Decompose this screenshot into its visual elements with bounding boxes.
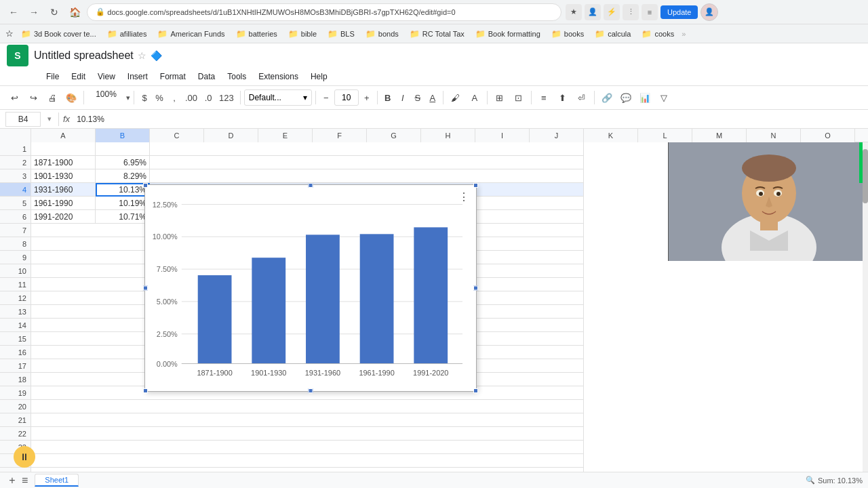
underline-button[interactable]: A xyxy=(426,89,439,106)
menu-tools[interactable]: Tools xyxy=(222,70,252,83)
menu-file[interactable]: File xyxy=(41,70,64,83)
menu-format[interactable]: Format xyxy=(155,70,191,83)
menu-view[interactable]: View xyxy=(92,70,121,83)
undo-button[interactable]: ↩ xyxy=(5,89,23,106)
wrap-button[interactable]: ⏎ xyxy=(573,89,591,106)
resize-handle-e[interactable] xyxy=(473,286,478,291)
col-header-m[interactable]: M xyxy=(692,129,747,142)
cell-row20[interactable] xyxy=(31,400,584,413)
pause-icon[interactable]: ⏸ xyxy=(14,446,35,468)
cell-rest-2[interactable] xyxy=(150,156,584,169)
col-header-a[interactable]: A xyxy=(31,129,96,142)
formula-input[interactable] xyxy=(74,115,863,124)
vertical-scrollbar[interactable] xyxy=(863,142,868,472)
cell-row22[interactable] xyxy=(31,427,584,441)
format-123-button[interactable]: 123 xyxy=(216,89,237,106)
star-button[interactable]: ★ xyxy=(566,4,582,20)
cell-rest-1[interactable] xyxy=(150,142,584,156)
font-size-box[interactable]: 10 xyxy=(334,89,359,106)
extensions-button[interactable]: ⚡ xyxy=(604,4,620,20)
cell-b6[interactable]: 10.71% xyxy=(96,210,150,224)
col-header-n[interactable]: N xyxy=(747,129,801,142)
bookmark-calcula[interactable]: 📁 calcula xyxy=(590,27,635,41)
col-header-f[interactable]: F xyxy=(313,129,367,142)
menu-data[interactable]: Data xyxy=(193,70,220,83)
home-button[interactable]: 🏠 xyxy=(66,4,83,20)
cell-a4[interactable]: 1931-1960 xyxy=(31,183,96,197)
font-size-increase[interactable]: + xyxy=(360,89,374,106)
cell-reference[interactable]: B4 xyxy=(5,112,41,127)
bookmark-bible[interactable]: 📁 bible xyxy=(283,27,321,41)
url-bar[interactable]: 🔒 docs.google.com/spreadsheets/d/1uB1XNH… xyxy=(87,3,561,21)
borders-button[interactable]: ⊞ xyxy=(491,89,509,106)
cell-a2[interactable]: 1871-1900 xyxy=(31,156,96,169)
zoom-selector[interactable]: 100% xyxy=(87,89,125,106)
chart-button[interactable]: 📊 xyxy=(636,89,654,106)
cell-b5[interactable]: 10.19% xyxy=(96,197,150,210)
fill-color-button[interactable]: 🖌 xyxy=(447,89,465,106)
menu-button[interactable]: ≡ xyxy=(642,4,658,20)
profile-avatar[interactable]: 👤 xyxy=(701,3,718,21)
col-header-o[interactable]: O xyxy=(801,129,855,142)
back-button[interactable]: ← xyxy=(5,4,22,20)
align-button[interactable]: ≡ xyxy=(535,89,553,106)
bookmark-batteries[interactable]: 📁 batteries xyxy=(231,27,282,41)
link-button[interactable]: 🔗 xyxy=(598,89,616,106)
col-header-e[interactable]: E xyxy=(258,129,313,142)
bookmark-afilliates[interactable]: 📁 afilliates xyxy=(102,27,152,41)
bookmark-american-funds[interactable]: 📁 American Funds xyxy=(153,27,229,41)
cell-a6[interactable]: 1991-2020 xyxy=(31,210,96,224)
scrollbar-thumb[interactable] xyxy=(863,149,868,203)
menu-insert[interactable]: Insert xyxy=(122,70,153,83)
cell-rest-3[interactable] xyxy=(150,169,584,183)
sheet-tab-1[interactable]: Sheet1 xyxy=(35,474,79,487)
cell-b3[interactable]: 8.29% xyxy=(96,169,150,183)
sheet-menu-button[interactable]: ≡ xyxy=(22,474,28,487)
valign-button[interactable]: ⬆ xyxy=(554,89,572,106)
strikethrough-button[interactable]: S xyxy=(411,89,425,106)
col-header-b[interactable]: B xyxy=(96,129,150,142)
redo-button[interactable]: ↪ xyxy=(24,89,42,106)
document-title[interactable]: Untitled spreadsheet xyxy=(34,49,134,62)
profile-button[interactable]: 👤 xyxy=(585,4,601,20)
grid-button[interactable]: ⋮ xyxy=(623,4,639,20)
cell-row24[interactable] xyxy=(31,454,584,468)
menu-help[interactable]: Help xyxy=(305,70,333,83)
forward-button[interactable]: → xyxy=(26,4,42,20)
col-header-k[interactable]: K xyxy=(584,129,638,142)
bookmark-3dbook[interactable]: 📁 3d Book cover te... xyxy=(16,27,101,41)
bookmark-bls[interactable]: 📁 BLS xyxy=(323,27,359,41)
cell-b2[interactable]: 6.95% xyxy=(96,156,150,169)
resize-handle-se[interactable] xyxy=(473,388,478,393)
resize-handle-nw[interactable] xyxy=(143,183,148,188)
col-header-c[interactable]: C xyxy=(150,129,204,142)
bookmark-cooks[interactable]: 📁 cooks xyxy=(637,27,679,41)
update-button[interactable]: Update xyxy=(660,5,698,19)
bookmark-books[interactable]: 📁 books xyxy=(547,27,589,41)
chart-options-button[interactable]: ⋮ xyxy=(458,190,469,203)
reload-button[interactable]: ↻ xyxy=(46,4,62,20)
cell-row23[interactable] xyxy=(31,441,584,454)
resize-handle-ne[interactable] xyxy=(473,183,478,188)
resize-handle-s[interactable] xyxy=(309,388,313,393)
col-header-h[interactable]: H xyxy=(421,129,475,142)
cell-b1[interactable] xyxy=(96,142,150,156)
percent-button[interactable]: % xyxy=(153,89,166,106)
resize-handle-sw[interactable] xyxy=(143,388,148,393)
filter-button[interactable]: ▽ xyxy=(655,89,673,106)
bookmark-rc-total-tax[interactable]: 📁 RC Total Tax xyxy=(405,27,469,41)
text-color-button[interactable]: A xyxy=(466,89,484,106)
italic-button[interactable]: I xyxy=(396,89,410,106)
explore-icon[interactable]: 🔍 xyxy=(806,476,815,485)
cell-a5[interactable]: 1961-1990 xyxy=(31,197,96,210)
comma-button[interactable]: , xyxy=(167,89,181,106)
font-size-decrease[interactable]: − xyxy=(319,89,333,106)
merge-button[interactable]: ⊡ xyxy=(510,89,528,106)
resize-handle-n[interactable] xyxy=(309,183,313,188)
star-icon[interactable]: ☆ xyxy=(138,50,146,61)
menu-edit[interactable]: Edit xyxy=(66,70,91,83)
cell-a1[interactable] xyxy=(31,142,96,156)
col-header-j[interactable]: J xyxy=(530,129,584,142)
bookmark-book-formatting[interactable]: 📁 Book formatting xyxy=(471,27,545,41)
paint-format-button[interactable]: 🎨 xyxy=(62,89,80,106)
